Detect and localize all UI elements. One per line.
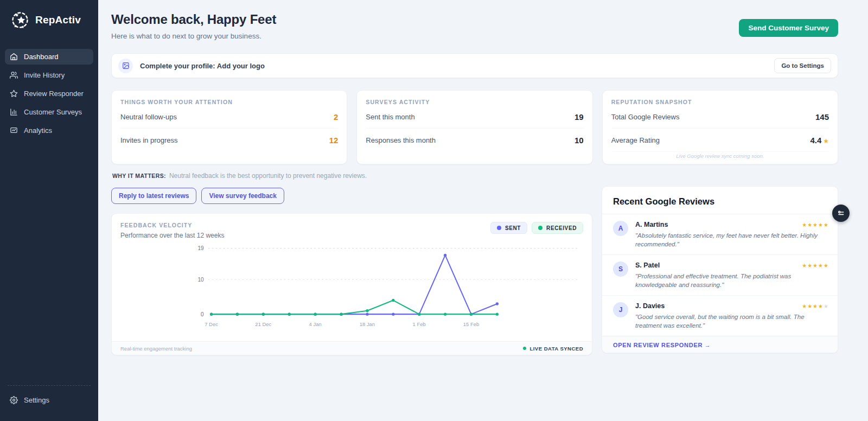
sidebar-item-label: Customer Surveys <box>24 108 82 116</box>
sidebar-item-label: Analytics <box>24 126 52 135</box>
review-row: A A. Martins ★★★★★ "Absolutely fantastic… <box>602 214 838 254</box>
gear-icon <box>10 396 18 404</box>
received-dot-icon <box>538 226 542 230</box>
star-rating: ★★★★★ <box>802 263 829 269</box>
live-data-status: LIVE DATA SYNCED <box>523 346 583 352</box>
stat-value: 12 <box>329 136 339 145</box>
bar-chart-icon <box>10 108 18 116</box>
feedback-chart-svg: 010197 Dec21 Dec4 Jan18 Jan1 Feb15 Feb <box>112 239 592 341</box>
stat-row: Responses this month 10 <box>366 129 583 151</box>
users-icon <box>10 71 18 79</box>
svg-text:1 Feb: 1 Feb <box>413 321 426 327</box>
sidebar-item-review-responder[interactable]: Review Responder <box>5 86 93 101</box>
reviewer-name: A. Martins <box>635 221 668 228</box>
page-subtitle: Here is what to do next to grow your bus… <box>111 32 276 40</box>
stat-row: Total Google Reviews 145 <box>611 105 829 129</box>
svg-text:21 Dec: 21 Dec <box>255 321 271 327</box>
live-dot-icon <box>523 347 526 350</box>
stat-value: 4.4★ <box>810 136 829 145</box>
star-icon: ★ <box>823 137 829 145</box>
legend-sent[interactable]: SENT <box>490 222 527 234</box>
chart-header: FEEDBACK VELOCITY Performance over the l… <box>112 214 592 239</box>
send-customer-survey-button[interactable]: Send Customer Survey <box>739 19 838 37</box>
go-to-settings-button[interactable]: Go to Settings <box>774 58 831 73</box>
sidebar-item-customer-surveys[interactable]: Customer Surveys <box>5 104 93 120</box>
attention-card: THINGS WORTH YOUR ATTENTION Neutral foll… <box>111 90 347 164</box>
page-header: Welcome back, Happy Feet Here is what to… <box>111 12 838 40</box>
open-review-responder-link[interactable]: OPEN REVIEW RESPONDER → <box>602 336 838 353</box>
repactiv-logo-icon <box>10 10 30 30</box>
star-rating: ★★★★★ <box>802 303 829 309</box>
stat-value: 145 <box>815 112 829 122</box>
stat-label: Sent this month <box>366 113 414 121</box>
presentation-chart-icon <box>10 126 18 135</box>
review-quote: "Good service overall, but the waiting r… <box>635 313 829 330</box>
star-rating: ★★★★★ <box>802 222 829 228</box>
sidebar-divider <box>8 385 91 386</box>
reviewer-name: J. Davies <box>635 302 665 310</box>
sidebar-item-dashboard[interactable]: Dashboard <box>5 49 93 65</box>
stat-label: Total Google Reviews <box>611 113 680 121</box>
card-title: THINGS WORTH YOUR ATTENTION <box>120 99 338 105</box>
sidebar-item-label: Invite History <box>24 71 65 79</box>
sidebar-item-settings[interactable]: Settings <box>5 392 93 408</box>
review-row: J J. Davies ★★★★★ "Good service overall,… <box>602 295 838 336</box>
review-row: S S. Patel ★★★★★ "Professional and effec… <box>602 254 838 295</box>
reply-to-latest-reviews-button[interactable]: Reply to latest reviews <box>111 188 196 204</box>
floating-widget-button[interactable] <box>832 205 850 222</box>
legend-label: RECEIVED <box>546 225 577 231</box>
sent-dot-icon <box>497 226 501 230</box>
reviews-card-title: Recent Google Reviews <box>602 187 838 214</box>
stat-label: Invites in progress <box>120 136 178 144</box>
stat-label: Average Rating <box>611 136 660 144</box>
why-it-matters-label: WHY IT MATTERS: <box>112 173 166 179</box>
page-title: Welcome back, Happy Feet <box>111 12 276 27</box>
card-title: REPUTATION SNAPSHOT <box>611 99 829 105</box>
recent-google-reviews-card: Recent Google Reviews A A. Martins ★★★★★… <box>602 186 838 353</box>
svg-text:15 Feb: 15 Feb <box>463 321 479 327</box>
chart-plot-area: 010197 Dec21 Dec4 Jan18 Jan1 Feb15 Feb <box>112 239 592 341</box>
chart-title: FEEDBACK VELOCITY <box>120 222 224 228</box>
feedback-velocity-card: FEEDBACK VELOCITY Performance over the l… <box>111 213 592 355</box>
svg-text:18 Jan: 18 Jan <box>360 321 375 327</box>
reputation-snapshot-card: REPUTATION SNAPSHOT Total Google Reviews… <box>602 90 838 164</box>
stat-row: Neutral follow-ups 2 <box>120 105 338 129</box>
sync-note: Live Google review sync coming soon. <box>611 153 829 159</box>
svg-text:0: 0 <box>201 311 204 317</box>
star-icon <box>10 90 18 98</box>
sidebar-item-label: Dashboard <box>24 53 59 61</box>
banner-text: Complete your profile: Add your logo <box>140 62 265 70</box>
stat-cards: THINGS WORTH YOUR ATTENTION Neutral foll… <box>111 90 838 164</box>
sidebar-item-label: Review Responder <box>24 90 84 98</box>
stat-row: Sent this month 19 <box>366 105 583 129</box>
stat-label: Neutral follow-ups <box>120 113 177 121</box>
sliders-icon <box>837 209 845 218</box>
view-survey-feedback-button[interactable]: View survey feedback <box>201 188 284 204</box>
why-it-matters: WHY IT MATTERS:Neutral feedback is the b… <box>111 172 592 180</box>
review-quote: "Professional and effective treatment. T… <box>635 272 829 289</box>
sidebar-item-analytics[interactable]: Analytics <box>5 123 93 138</box>
avatar: S <box>613 261 628 277</box>
card-title: SURVEYS ACTIVITY <box>366 99 583 105</box>
legend-received[interactable]: RECEIVED <box>532 222 583 234</box>
brand-name: RepActiv <box>35 14 81 26</box>
chart-footer-note: Real-time engagement tracking <box>120 346 192 352</box>
review-quote: "Absolutely fantastic service, my feet h… <box>635 232 829 248</box>
sidebar-nav: Dashboard Invite History Review Responde… <box>0 49 98 138</box>
avatar: J <box>613 302 628 317</box>
profile-banner: Complete your profile: Add your logo Go … <box>111 53 838 78</box>
svg-text:19: 19 <box>198 245 204 251</box>
sidebar-item-invite-history[interactable]: Invite History <box>5 67 93 83</box>
stat-row: Invites in progress 12 <box>120 129 338 151</box>
legend-label: SENT <box>505 225 521 231</box>
home-icon <box>10 53 18 61</box>
avatar: A <box>613 221 628 236</box>
svg-text:7 Dec: 7 Dec <box>205 321 218 327</box>
stat-value: 19 <box>575 112 584 122</box>
chart-subtitle: Performance over the last 12 weeks <box>120 232 224 239</box>
reviewer-name: S. Patel <box>635 261 660 269</box>
stat-value: 2 <box>334 112 338 122</box>
image-icon <box>118 59 133 73</box>
sidebar-item-label: Settings <box>24 396 49 404</box>
stat-label: Responses this month <box>366 136 436 144</box>
